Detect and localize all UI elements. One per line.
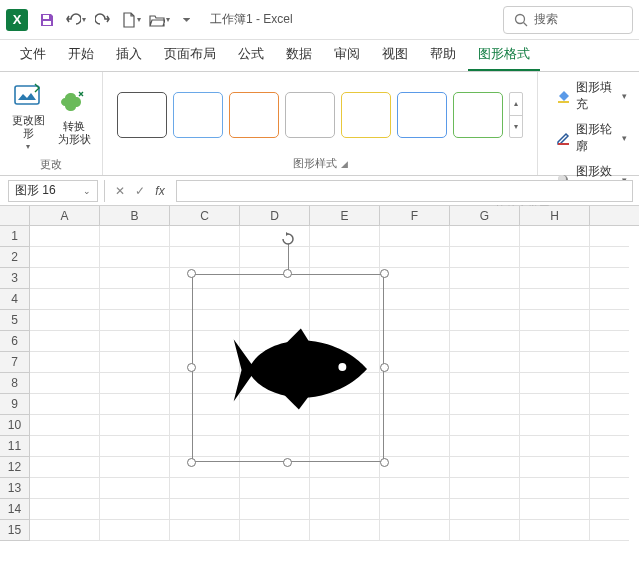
resize-handle-l[interactable] (187, 363, 196, 372)
cell[interactable] (520, 415, 590, 436)
resize-handle-tr[interactable] (380, 269, 389, 278)
cell[interactable] (30, 226, 100, 247)
col-header[interactable]: G (450, 206, 520, 225)
cell[interactable] (100, 478, 170, 499)
row-header[interactable]: 5 (0, 310, 30, 331)
cell[interactable] (100, 226, 170, 247)
cell[interactable] (100, 457, 170, 478)
resize-handle-bl[interactable] (187, 458, 196, 467)
name-box[interactable]: 图形 16 ⌄ (8, 180, 98, 202)
cell[interactable] (30, 373, 100, 394)
redo-button[interactable] (90, 7, 116, 33)
row-header[interactable]: 14 (0, 499, 30, 520)
cell[interactable] (100, 394, 170, 415)
cell[interactable] (590, 310, 629, 331)
cell[interactable] (100, 310, 170, 331)
style-gallery-more[interactable]: ▴ ▾ (509, 92, 523, 138)
cell[interactable] (590, 226, 629, 247)
insert-function-button[interactable]: fx (150, 180, 170, 202)
cell[interactable] (380, 520, 450, 541)
row-header[interactable]: 13 (0, 478, 30, 499)
cell[interactable] (450, 478, 520, 499)
cell[interactable] (310, 478, 380, 499)
cell[interactable] (100, 520, 170, 541)
cell[interactable] (590, 457, 629, 478)
cell[interactable] (450, 247, 520, 268)
cell[interactable] (380, 499, 450, 520)
cell[interactable] (450, 394, 520, 415)
cell[interactable] (590, 331, 629, 352)
cell[interactable] (100, 289, 170, 310)
cell[interactable] (520, 520, 590, 541)
row-header[interactable]: 9 (0, 394, 30, 415)
style-swatch-7[interactable] (453, 92, 503, 138)
cell[interactable] (310, 247, 380, 268)
cell[interactable] (310, 226, 380, 247)
cell[interactable] (520, 436, 590, 457)
cell[interactable] (450, 373, 520, 394)
cell[interactable] (170, 520, 240, 541)
cell[interactable] (380, 436, 450, 457)
cell[interactable] (450, 499, 520, 520)
row-header[interactable]: 1 (0, 226, 30, 247)
cell[interactable] (100, 352, 170, 373)
change-graphic-button[interactable]: 更改图 形 ▾ (6, 76, 50, 155)
formula-input[interactable] (176, 180, 633, 202)
rotation-handle[interactable] (279, 230, 297, 248)
col-header[interactable]: D (240, 206, 310, 225)
cell[interactable] (240, 499, 310, 520)
tab-help[interactable]: 帮助 (420, 39, 466, 71)
cell[interactable] (30, 394, 100, 415)
cell[interactable] (520, 226, 590, 247)
shape-fill-button[interactable]: 图形填充 ▾ (550, 76, 633, 116)
cell[interactable] (590, 394, 629, 415)
cell[interactable] (520, 247, 590, 268)
cell[interactable] (170, 478, 240, 499)
style-swatch-4[interactable] (285, 92, 335, 138)
col-header[interactable]: C (170, 206, 240, 225)
row-header[interactable]: 4 (0, 289, 30, 310)
cell[interactable] (380, 352, 450, 373)
convert-to-shape-button[interactable]: 转换 为形状 (52, 82, 96, 150)
qat-customize-button[interactable]: ⏷ (174, 7, 200, 33)
cell[interactable] (30, 268, 100, 289)
cell[interactable] (30, 499, 100, 520)
tab-review[interactable]: 审阅 (324, 39, 370, 71)
tab-view[interactable]: 视图 (372, 39, 418, 71)
resize-handle-b[interactable] (283, 458, 292, 467)
styles-dialog-launcher[interactable]: ◢ (341, 159, 348, 169)
col-header[interactable]: A (30, 206, 100, 225)
cell[interactable] (590, 373, 629, 394)
cell[interactable] (240, 247, 310, 268)
new-file-button[interactable]: ▾ (118, 7, 144, 33)
cell[interactable] (30, 520, 100, 541)
style-swatch-2[interactable] (173, 92, 223, 138)
save-button[interactable] (34, 7, 60, 33)
cell[interactable] (450, 457, 520, 478)
cell[interactable] (520, 331, 590, 352)
cell[interactable] (170, 247, 240, 268)
tab-data[interactable]: 数据 (276, 39, 322, 71)
cell[interactable] (240, 478, 310, 499)
search-box[interactable]: 搜索 (503, 6, 633, 34)
cell[interactable] (30, 331, 100, 352)
cell[interactable] (100, 331, 170, 352)
cell[interactable] (380, 457, 450, 478)
row-header[interactable]: 7 (0, 352, 30, 373)
cell[interactable] (450, 268, 520, 289)
style-swatch-5[interactable] (341, 92, 391, 138)
cell[interactable] (450, 520, 520, 541)
cell[interactable] (380, 394, 450, 415)
row-header[interactable]: 6 (0, 331, 30, 352)
cell[interactable] (100, 373, 170, 394)
cell[interactable] (30, 478, 100, 499)
cell[interactable] (30, 436, 100, 457)
cell[interactable] (590, 352, 629, 373)
cell[interactable] (590, 436, 629, 457)
cell[interactable] (590, 289, 629, 310)
cell[interactable] (520, 352, 590, 373)
cell[interactable] (100, 436, 170, 457)
cell[interactable] (30, 247, 100, 268)
cell[interactable] (520, 457, 590, 478)
row-header[interactable]: 10 (0, 415, 30, 436)
